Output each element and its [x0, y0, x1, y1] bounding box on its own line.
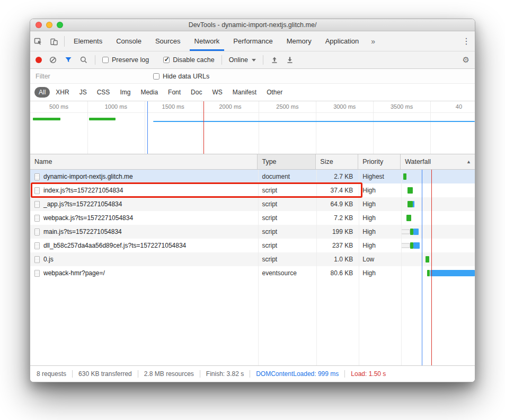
minimize-window-button[interactable]: [46, 22, 52, 28]
name-cell: index.js?ts=1572271054834: [30, 183, 258, 197]
close-window-button[interactable]: [36, 22, 42, 28]
type-filter-css[interactable]: CSS: [93, 87, 114, 98]
hide-data-urls-label: Hide data URLs: [163, 73, 209, 80]
toolbar-divider: [222, 55, 222, 65]
priority-cell: High: [358, 211, 401, 225]
tabbar-spacer: [380, 31, 458, 51]
type-filter-other[interactable]: Other: [262, 87, 287, 98]
tab-sources[interactable]: Sources: [148, 31, 188, 51]
request-row[interactable]: index.js?ts=1572271054834script37.4 KBHi…: [30, 183, 475, 197]
type-filter-xhr[interactable]: XHR: [51, 87, 73, 98]
request-row[interactable]: _app.js?ts=1572271054834script64.9 KBHig…: [30, 197, 475, 211]
name-cell: main.js?ts=1572271054834: [30, 225, 258, 239]
search-button[interactable]: [79, 56, 88, 64]
toggle-device-toolbar-button[interactable]: [46, 31, 62, 51]
request-name: index.js?ts=1572271054834: [43, 183, 123, 197]
download-icon: [286, 56, 294, 64]
tab-application[interactable]: Application: [318, 31, 366, 51]
clear-icon: [49, 56, 57, 64]
throttling-select[interactable]: Online: [229, 56, 256, 64]
waterfall-bar-green: [427, 270, 430, 276]
resource-type-filters: AllXHRJSCSSImgMediaFontDocWSManifestOthe…: [30, 84, 475, 101]
type-filter-doc[interactable]: Doc: [187, 87, 206, 98]
type-filter-all[interactable]: All: [34, 87, 50, 98]
name-cell: dynamic-import-nextjs.glitch.me: [30, 170, 258, 183]
ruler-tick: 1000 ms: [87, 101, 145, 112]
waterfall-cell: [401, 225, 475, 239]
priority-cell: High: [358, 266, 401, 280]
finish-time: Finish: 3.82 s: [206, 370, 244, 378]
status-divider: [344, 370, 345, 378]
timeline-gridline: [202, 101, 202, 154]
status-divider: [138, 370, 138, 378]
filter-input[interactable]: [36, 73, 141, 80]
type-filter-font[interactable]: Font: [164, 87, 185, 98]
request-row[interactable]: main.js?ts=1572271054834script199 KBHigh: [30, 225, 475, 239]
request-row[interactable]: webpack-hmr?page=/eventsource80.6 KBHigh: [30, 266, 475, 280]
type-filter-manifest[interactable]: Manifest: [228, 87, 261, 98]
size-cell: 80.6 KB: [316, 266, 358, 280]
disable-cache-checkbox[interactable]: Disable cache: [163, 56, 215, 64]
priority-cell: High: [358, 239, 401, 252]
disable-cache-label: Disable cache: [173, 56, 215, 64]
request-name: _app.js?ts=1572271054834: [43, 197, 122, 211]
type-filter-img[interactable]: Img: [116, 87, 135, 98]
record-button[interactable]: [36, 57, 42, 63]
domcontentloaded-time: DOMContentLoaded: 999 ms: [256, 370, 339, 378]
priority-cell: High: [358, 225, 401, 239]
window-title: DevTools - dynamic-import-nextjs.glitch.…: [30, 21, 475, 29]
waterfall-cell: [401, 211, 475, 225]
status-divider: [250, 370, 250, 378]
more-tabs-button[interactable]: »: [366, 31, 380, 51]
hide-data-urls-checkbox[interactable]: Hide data URLs: [153, 73, 209, 80]
import-har-button[interactable]: [270, 56, 279, 64]
column-header-priority[interactable]: Priority: [358, 154, 401, 169]
toolbar-divider: [263, 55, 263, 65]
devtools-tabbar: ElementsConsoleSourcesNetworkPerformance…: [30, 31, 475, 51]
file-icon: [34, 270, 40, 277]
filter-toggle-button[interactable]: [64, 56, 73, 64]
priority-cell: High: [358, 183, 401, 197]
devtools-menu-button[interactable]: ⋮: [458, 31, 475, 51]
waterfall-bar-stalled: [401, 230, 410, 234]
preserve-log-checkbox[interactable]: Preserve log: [102, 56, 149, 64]
clear-button[interactable]: [49, 56, 57, 64]
search-icon: [79, 56, 88, 64]
waterfall-cell: [401, 252, 475, 266]
request-name: dll_b58c257da4aa56d89cef.js?ts=157227105…: [43, 239, 186, 252]
tab-network[interactable]: Network: [188, 31, 227, 51]
request-row[interactable]: dynamic-import-nextjs.glitch.medocument2…: [30, 170, 475, 183]
request-row[interactable]: webpack.js?ts=1572271054834script7.2 KBH…: [30, 211, 475, 225]
waterfall-cell: [401, 266, 475, 280]
waterfall-cell: [401, 170, 475, 183]
inspect-element-button[interactable]: [30, 31, 46, 51]
tab-elements[interactable]: Elements: [67, 31, 109, 51]
export-har-button[interactable]: [286, 56, 294, 64]
inspect-icon: [34, 37, 42, 46]
size-cell: 7.2 KB: [316, 211, 358, 225]
type-filter-media[interactable]: Media: [136, 87, 162, 98]
overview-bar-blue: [153, 121, 475, 122]
size-cell: 2.7 KB: [316, 170, 358, 183]
column-header-name[interactable]: Name: [30, 154, 258, 169]
column-header-type[interactable]: Type: [258, 154, 316, 169]
column-header-size[interactable]: Size: [316, 154, 358, 169]
waterfall-bar-blue: [413, 201, 415, 207]
request-row[interactable]: dll_b58c257da4aa56d89cef.js?ts=157227105…: [30, 239, 475, 252]
settings-button[interactable]: ⚙: [463, 55, 469, 65]
file-icon: [34, 187, 40, 194]
type-filter-js[interactable]: JS: [75, 87, 91, 98]
tab-memory[interactable]: Memory: [280, 31, 318, 51]
timeline-overview[interactable]: 500 ms1000 ms1500 ms2000 ms2500 ms3000 m…: [30, 101, 475, 154]
zoom-window-button[interactable]: [57, 22, 63, 28]
tab-console[interactable]: Console: [109, 31, 148, 51]
priority-cell: Highest: [358, 170, 401, 183]
request-row[interactable]: 0.jsscript1.0 KBLow: [30, 252, 475, 266]
request-name: webpack.js?ts=1572271054834: [43, 211, 133, 225]
type-filter-ws[interactable]: WS: [208, 87, 226, 98]
column-header-waterfall[interactable]: Waterfall ▲: [401, 154, 475, 169]
request-name: webpack-hmr?page=/: [43, 266, 105, 280]
tab-performance[interactable]: Performance: [226, 31, 279, 51]
titlebar[interactable]: DevTools - dynamic-import-nextjs.glitch.…: [30, 19, 475, 31]
request-name: main.js?ts=1572271054834: [43, 225, 122, 239]
